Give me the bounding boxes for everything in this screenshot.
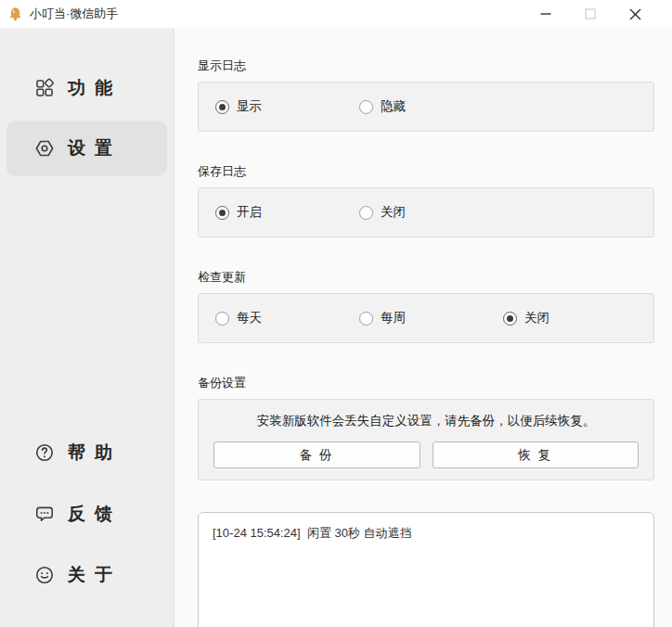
radio-group: 显示 隐藏 <box>198 82 654 132</box>
radio-icon <box>503 312 517 326</box>
sidebar-item-label: 帮助 <box>68 441 122 465</box>
sidebar-item-label: 设置 <box>68 136 122 160</box>
sidebar-item-features[interactable]: 功能 <box>6 60 167 116</box>
radio-option-show[interactable]: 显示 <box>215 98 359 115</box>
bell-app-icon <box>7 6 23 22</box>
section-backup: 备份设置 安装新版软件会丢失自定义设置，请先备份，以便后续恢复。 备 份 恢 复 <box>198 375 654 480</box>
section-save-log: 保存日志 开启 关闭 <box>198 163 654 237</box>
restore-button[interactable]: 恢 复 <box>433 441 640 468</box>
radio-label: 每周 <box>381 310 406 326</box>
app-window: 小叮当·微信助手 <box>0 0 672 627</box>
radio-option-weekly[interactable]: 每周 <box>359 310 503 326</box>
window-title: 小叮当·微信助手 <box>30 6 523 22</box>
radio-icon <box>359 206 373 220</box>
radio-label: 开启 <box>237 204 262 221</box>
section-check-update: 检查更新 每天 每周 关闭 <box>198 269 654 343</box>
radio-label: 隐藏 <box>381 98 406 115</box>
sidebar-item-label: 关于 <box>68 563 122 587</box>
radio-icon <box>215 312 229 326</box>
section-title: 保存日志 <box>198 163 654 180</box>
radio-option-daily[interactable]: 每天 <box>215 310 359 326</box>
section-title: 备份设置 <box>198 375 654 391</box>
radio-icon <box>359 312 373 326</box>
radio-option-off[interactable]: 关闭 <box>503 310 647 326</box>
radio-icon <box>215 100 229 114</box>
radio-icon <box>359 100 373 114</box>
chat-bubble-icon <box>34 504 55 524</box>
sidebar-top-group: 功能 设置 <box>0 60 174 176</box>
minimize-button[interactable] <box>523 0 568 28</box>
gear-hexagon-icon <box>34 138 55 159</box>
log-entry: [10-24 15:54:24] 闲置 30秒 自动遮挡 <box>213 525 640 542</box>
backup-buttons-row: 备 份 恢 复 <box>213 441 639 468</box>
question-circle-icon <box>34 442 55 463</box>
minimize-icon <box>540 8 551 19</box>
radio-label: 显示 <box>237 98 262 115</box>
titlebar: 小叮当·微信助手 <box>0 0 672 28</box>
radio-group: 开启 关闭 <box>198 187 654 237</box>
backup-group: 安装新版软件会丢失自定义设置，请先备份，以便后续恢复。 备 份 恢 复 <box>198 399 654 480</box>
radio-label: 每天 <box>237 310 262 326</box>
sidebar-bottom-group: 帮助 反馈 <box>0 425 174 603</box>
sidebar-item-label: 反馈 <box>68 502 122 526</box>
smiley-icon <box>34 565 55 585</box>
sidebar-item-about[interactable]: 关于 <box>6 547 167 603</box>
radio-label: 关闭 <box>524 310 549 326</box>
radio-icon <box>215 206 229 220</box>
log-output-area[interactable]: [10-24 15:54:24] 闲置 30秒 自动遮挡 <box>198 512 654 627</box>
close-icon <box>629 8 641 20</box>
backup-notice-text: 安装新版软件会丢失自定义设置，请先备份，以便后续恢复。 <box>213 413 639 429</box>
radio-label: 关闭 <box>381 204 406 221</box>
section-title: 显示日志 <box>198 58 654 74</box>
maximize-icon <box>585 8 596 19</box>
radio-group: 每天 每周 关闭 <box>198 293 654 343</box>
sidebar-item-help[interactable]: 帮助 <box>6 425 167 480</box>
backup-button[interactable]: 备 份 <box>213 441 420 468</box>
radio-option-hide[interactable]: 隐藏 <box>359 98 503 115</box>
maximize-button[interactable] <box>568 0 613 28</box>
settings-panel: 显示日志 显示 隐藏 保存日志 <box>174 28 672 627</box>
window-controls <box>523 0 657 28</box>
sidebar: 功能 设置 帮助 <box>0 28 174 627</box>
radio-option-on[interactable]: 开启 <box>215 204 359 221</box>
section-title: 检查更新 <box>198 269 654 286</box>
section-display-log: 显示日志 显示 隐藏 <box>198 58 654 132</box>
grid-icon <box>34 78 55 98</box>
sidebar-item-label: 功能 <box>68 76 122 100</box>
radio-option-off[interactable]: 关闭 <box>359 204 503 221</box>
sidebar-item-settings[interactable]: 设置 <box>6 121 167 176</box>
sidebar-item-feedback[interactable]: 反馈 <box>6 486 167 542</box>
close-button[interactable] <box>613 0 657 28</box>
